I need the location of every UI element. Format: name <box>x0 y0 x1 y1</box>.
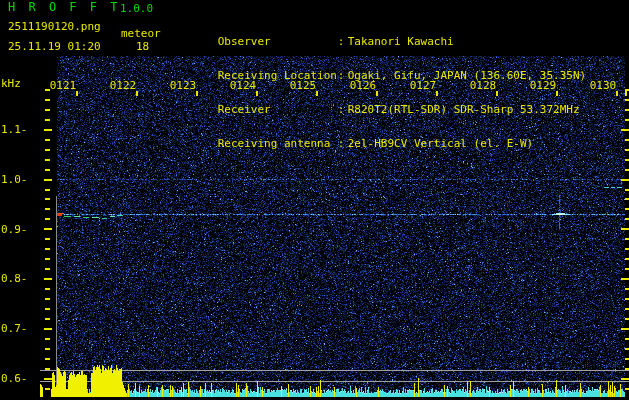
station-row-antenna: Receiving antenna:2el-HB9CV Vertical (el… <box>178 126 586 138</box>
time-tick-label-0124: 0124 <box>229 80 257 91</box>
freq-tick-label-0.7: 0.7- <box>1 323 28 334</box>
colon-separator: : <box>338 104 348 116</box>
meteor-counter-label: meteor <box>121 28 161 39</box>
freq-tick-label-1.0: 1.0- <box>1 174 28 185</box>
station-value: R820T2(RTL-SDR) SDR-Sharp 53.372MHz <box>348 103 580 116</box>
station-label: Observer <box>218 36 338 48</box>
frequency-axis-unit: kHz <box>1 78 21 89</box>
time-tick-label-0126: 0126 <box>349 80 377 91</box>
colon-separator: : <box>338 36 348 48</box>
station-label: Receiver <box>218 104 338 116</box>
time-tick-label-0122: 0122 <box>109 80 137 91</box>
output-filename: 2511190120.png <box>8 21 101 32</box>
time-tick-label-0125: 0125 <box>289 80 317 91</box>
station-row-receiver: Receiver:R820T2(RTL-SDR) SDR-Sharp 53.37… <box>178 92 586 104</box>
app-title: H R O F F T <box>8 2 120 13</box>
station-row-location: Receiving Location:Ogaki, Gifu, JAPAN (1… <box>178 58 586 70</box>
colon-separator: : <box>338 138 348 150</box>
time-tick-label-0123: 0123 <box>169 80 197 91</box>
station-row-observer: Observer:Takanori Kawachi <box>178 24 586 36</box>
observation-datetime: 25.11.19 01:20 <box>8 41 101 52</box>
freq-tick-label-0.6: 0.6- <box>1 373 28 384</box>
freq-tick-label-1.1: 1.1- <box>1 124 28 135</box>
time-tick-label-0129: 0129 <box>529 80 557 91</box>
time-tick-label-0130: 0130 <box>589 80 617 91</box>
time-tick-label-0128: 0128 <box>469 80 497 91</box>
hrofft-spectrogram-window: H R O F F T 1.0.0 2511190120.png meteor … <box>0 0 629 400</box>
meteor-counter-value: 18 <box>136 41 149 52</box>
time-tick-label-0121: 0121 <box>49 80 77 91</box>
freq-tick-label-0.8: 0.8- <box>1 273 28 284</box>
app-version: 1.0.0 <box>120 3 153 14</box>
station-value: 2el-HB9CV Vertical (el. E-W) <box>348 137 533 150</box>
freq-tick-label-0.9: 0.9- <box>1 224 28 235</box>
station-label: Receiving antenna <box>218 138 338 150</box>
colon-separator: : <box>338 70 348 82</box>
time-tick-label-0127: 0127 <box>409 80 437 91</box>
station-value: Takanori Kawachi <box>348 35 454 48</box>
